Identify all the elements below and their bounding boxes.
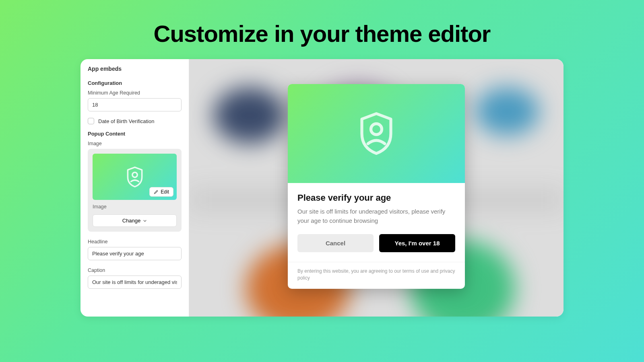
change-image-button[interactable]: Change: [93, 214, 177, 227]
editor-sidebar: App embeds Configuration Minimum Age Req…: [80, 59, 189, 317]
popup-hero-image: [288, 84, 465, 183]
preview-pane: Please verify your age Our site is off l…: [189, 59, 564, 317]
image-sublabel: Image: [93, 204, 177, 210]
svg-point-1: [371, 124, 382, 135]
min-age-input[interactable]: [88, 98, 182, 111]
change-button-label: Change: [122, 218, 141, 224]
page-hero-title: Customize in your theme editor: [0, 0, 644, 59]
caption-input[interactable]: [88, 276, 182, 289]
dob-checkbox-label: Date of Birth Verification: [98, 118, 154, 124]
edit-image-button[interactable]: Edit: [149, 187, 173, 197]
shield-person-icon: [126, 166, 144, 188]
cancel-button[interactable]: Cancel: [297, 234, 374, 252]
sidebar-title: App embeds: [88, 66, 182, 72]
headline-label: Headline: [88, 239, 182, 245]
headline-input[interactable]: [88, 247, 182, 260]
popup-caption: Our site is off limits for underaged vis…: [297, 207, 455, 225]
popup-title: Please verify your age: [297, 193, 455, 203]
edit-button-label: Edit: [161, 189, 169, 195]
dob-verification-row[interactable]: Date of Birth Verification: [88, 118, 182, 124]
shield-person-icon: [358, 111, 394, 156]
confirm-button[interactable]: Yes, I'm over 18: [379, 234, 455, 252]
popup-content-heading: Popup Content: [88, 131, 182, 137]
popup-footer-text: By entering this website, you are agreei…: [288, 262, 465, 289]
popup-body: Please verify your age Our site is off l…: [288, 183, 465, 262]
configuration-heading: Configuration: [88, 80, 182, 86]
popup-buttons: Cancel Yes, I'm over 18: [297, 234, 455, 252]
chevron-down-icon: [143, 219, 147, 223]
theme-editor-frame: App embeds Configuration Minimum Age Req…: [80, 59, 564, 317]
svg-point-0: [132, 172, 137, 177]
pencil-icon: [154, 189, 159, 194]
image-field-label: Image: [88, 141, 182, 146]
caption-label: Caption: [88, 267, 182, 273]
min-age-label: Minimum Age Required: [88, 90, 182, 96]
age-verify-popup: Please verify your age Our site is off l…: [288, 84, 465, 289]
image-preview: Edit: [93, 154, 177, 200]
image-card: Edit Image Change: [88, 149, 182, 232]
dob-checkbox[interactable]: [88, 118, 94, 124]
